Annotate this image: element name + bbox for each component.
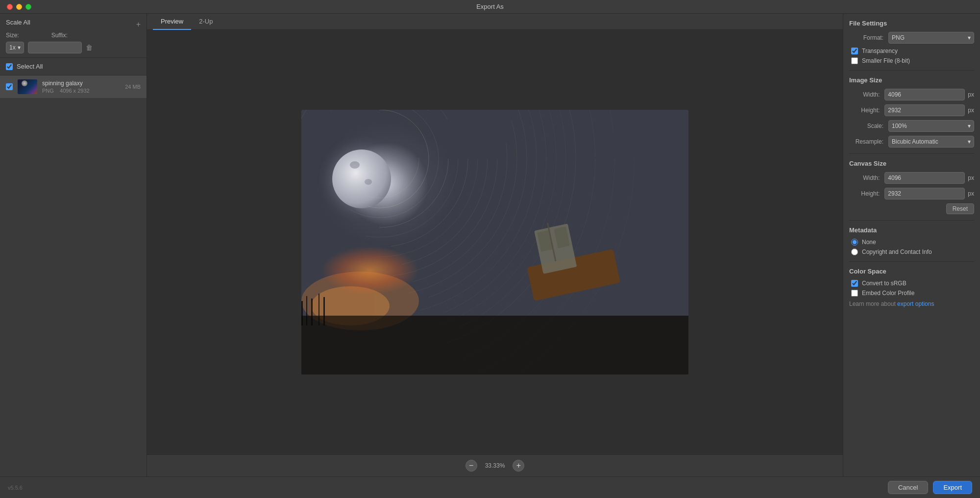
svg-rect-27 — [323, 297, 325, 325]
svg-rect-23 — [301, 301, 303, 325]
svg-point-2 — [301, 110, 458, 237]
export-options-link[interactable]: export options — [897, 300, 934, 307]
canvas-width-px: px — [968, 174, 974, 181]
maximize-button[interactable] — [25, 4, 31, 10]
add-scale-button[interactable]: + — [136, 20, 141, 29]
suffix-input[interactable] — [28, 42, 82, 53]
metadata-copyright-label: Copyright and Contact Info — [862, 249, 932, 255]
smaller-file-checkbox[interactable] — [851, 57, 858, 64]
close-button[interactable] — [7, 4, 13, 10]
reset-btn-row: Reset — [849, 203, 974, 214]
title-bar: Export As — [0, 0, 980, 14]
svg-rect-24 — [306, 296, 307, 325]
scale-section: Scale All + Size: Suffix: 1x ▾ 🗑 — [0, 14, 147, 58]
zoom-level: 33.33% — [485, 462, 505, 469]
metadata-none-row: None — [849, 239, 974, 246]
file-size: 24 MB — [125, 84, 141, 90]
cancel-button[interactable]: Cancel — [888, 481, 928, 494]
embed-color-checkbox[interactable] — [851, 290, 858, 297]
scale-controls: 1x ▾ 🗑 — [6, 42, 141, 53]
file-item[interactable]: spinning galaxy PNG 4096 x 2932 24 MB — [0, 75, 147, 99]
image-size-title: Image Size — [849, 76, 974, 84]
tab-preview[interactable]: Preview — [153, 14, 191, 30]
canvas-height-input[interactable] — [884, 188, 965, 199]
scale-dropdown[interactable]: 1x ▾ — [6, 42, 24, 53]
suffix-label: Suffix: — [51, 32, 68, 39]
metadata-none-label: None — [862, 239, 876, 246]
canvas-height-px: px — [968, 190, 974, 197]
svg-point-1 — [321, 110, 439, 218]
file-meta: PNG 4096 x 2932 — [42, 88, 120, 94]
metadata-none-radio[interactable] — [851, 239, 858, 246]
tab-2up[interactable]: 2-Up — [191, 14, 220, 30]
divider-4 — [849, 261, 974, 262]
preview-area — [147, 30, 843, 454]
metadata-title: Metadata — [849, 226, 974, 234]
svg-rect-26 — [318, 294, 319, 325]
canvas-height-label: Height: — [849, 190, 880, 197]
center-panel: Preview 2-Up — [147, 14, 843, 476]
image-width-px: px — [968, 91, 974, 98]
convert-srgb-label: Convert to sRGB — [862, 280, 906, 287]
preview-image — [301, 110, 688, 374]
format-select[interactable]: PNG ▾ — [888, 32, 974, 44]
version-label: v5.5.6 — [8, 485, 23, 491]
svg-point-3 — [301, 110, 478, 257]
minimize-button[interactable] — [16, 4, 22, 10]
scale-row: Scale: 100% ▾ — [849, 120, 974, 132]
zoom-in-button[interactable]: + — [513, 460, 524, 472]
learn-more-row: Learn more about export options — [849, 300, 974, 307]
delete-scale-button[interactable]: 🗑 — [86, 44, 93, 51]
size-label: Size: — [6, 32, 19, 39]
divider-1 — [849, 70, 974, 71]
divider-2 — [849, 153, 974, 154]
convert-srgb-checkbox[interactable] — [851, 280, 858, 287]
canvas-width-input[interactable] — [884, 172, 965, 184]
reset-button[interactable]: Reset — [946, 203, 974, 214]
metadata-copyright-row: Copyright and Contact Info — [849, 249, 974, 255]
file-checkbox[interactable] — [6, 83, 13, 90]
sunset-glow — [321, 246, 419, 295]
resample-select[interactable]: Bicubic Automatic ▾ — [888, 136, 974, 148]
file-name: spinning galaxy — [42, 80, 120, 87]
boat-overlay — [514, 208, 642, 316]
select-all-checkbox[interactable] — [6, 63, 13, 70]
smaller-file-label: Smaller File (8-bit) — [862, 57, 910, 64]
traffic-lights — [7, 4, 31, 10]
svg-rect-25 — [311, 299, 313, 325]
color-space-title: Color Space — [849, 268, 974, 275]
embed-color-row: Embed Color Profile — [849, 290, 974, 297]
transparency-checkbox[interactable] — [851, 48, 858, 54]
zoom-controls: − 33.33% + — [147, 454, 843, 476]
format-row: Format: PNG ▾ — [849, 32, 974, 44]
left-panel: Scale All + Size: Suffix: 1x ▾ 🗑 Select … — [0, 14, 147, 476]
canvas-width-row: Width: px — [849, 172, 974, 184]
image-width-label: Width: — [849, 91, 880, 98]
preview-tabs: Preview 2-Up — [147, 14, 843, 30]
image-canvas — [301, 110, 688, 374]
scale-title: Scale All — [6, 19, 30, 26]
image-height-input[interactable] — [884, 104, 965, 116]
convert-srgb-row: Convert to sRGB — [849, 280, 974, 287]
image-width-row: Width: px — [849, 89, 974, 100]
svg-point-15 — [301, 110, 488, 267]
image-width-input[interactable] — [884, 89, 965, 100]
smaller-file-row: Smaller File (8-bit) — [849, 57, 974, 64]
svg-rect-22 — [301, 316, 688, 374]
select-all-label: Select All — [17, 63, 43, 70]
file-list: spinning galaxy PNG 4096 x 2932 24 MB — [0, 75, 147, 476]
zoom-out-button[interactable]: − — [466, 460, 477, 472]
svg-point-12 — [331, 110, 429, 208]
metadata-copyright-radio[interactable] — [851, 249, 858, 255]
resample-row: Resample: Bicubic Automatic ▾ — [849, 136, 974, 148]
scale-select[interactable]: 100% ▾ — [888, 120, 974, 132]
select-all-row: Select All — [0, 58, 147, 75]
export-button[interactable]: Export — [933, 481, 972, 494]
bottom-bar: v5.5.6 Cancel Export — [0, 476, 980, 498]
file-thumbnail — [18, 79, 37, 94]
image-height-px: px — [968, 107, 974, 114]
embed-color-label: Embed Color Profile — [862, 290, 914, 297]
right-panel: File Settings Format: PNG ▾ Transparency… — [843, 14, 980, 476]
image-height-row: Height: px — [849, 104, 974, 116]
main-layout: Scale All + Size: Suffix: 1x ▾ 🗑 Select … — [0, 14, 980, 476]
